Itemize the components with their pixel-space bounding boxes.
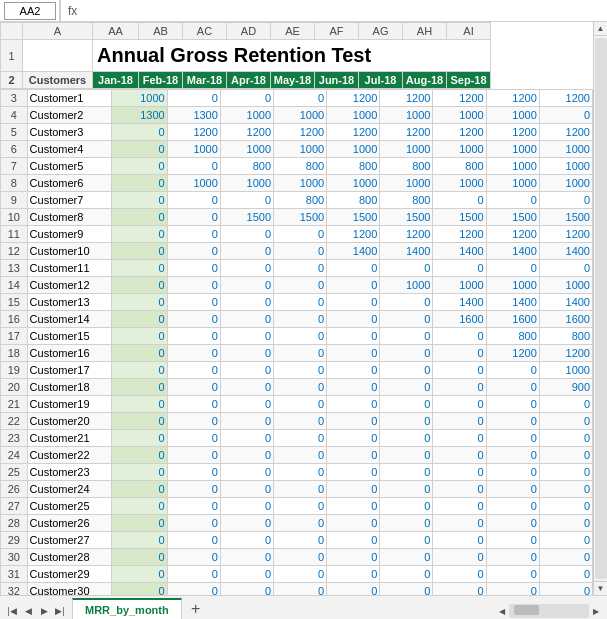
cell-4-aa[interactable]: 1300 <box>112 107 168 124</box>
cell-15-af[interactable]: 0 <box>380 294 433 311</box>
cell-12-ah[interactable]: 1400 <box>486 243 539 260</box>
col-a-header[interactable]: A <box>23 23 93 40</box>
cell-18-num[interactable]: 18 <box>1 345 28 362</box>
cell-8-ae[interactable]: 1000 <box>327 175 380 192</box>
cell-22-num[interactable]: 22 <box>1 413 28 430</box>
cell-19-aa[interactable]: 0 <box>112 362 168 379</box>
table-row[interactable]: 15Customer13000000140014001400 <box>1 294 593 311</box>
cell-26-aa[interactable]: 0 <box>112 481 168 498</box>
cell-21-af[interactable]: 0 <box>380 396 433 413</box>
cell-7-af[interactable]: 800 <box>380 158 433 175</box>
cell-3-ae[interactable]: 1200 <box>327 90 380 107</box>
cell-7-ac[interactable]: 800 <box>220 158 273 175</box>
cell-22-ad[interactable]: 0 <box>274 413 327 430</box>
cell-16-customer[interactable]: Customer14 <box>27 311 112 328</box>
cell-26-num[interactable]: 26 <box>1 481 28 498</box>
cell-3-ab[interactable]: 0 <box>167 90 220 107</box>
cell-31-ae[interactable]: 0 <box>327 566 380 583</box>
cell-11-num[interactable]: 11 <box>1 226 28 243</box>
tab-first-btn[interactable]: |◀ <box>4 603 20 619</box>
cell-18-ai[interactable]: 1200 <box>539 345 592 362</box>
cell-27-ai[interactable]: 0 <box>539 498 592 515</box>
cell-18-ac[interactable]: 0 <box>220 345 273 362</box>
cell-25-ac[interactable]: 0 <box>220 464 273 481</box>
cell-25-ab[interactable]: 0 <box>167 464 220 481</box>
table-row[interactable]: 28Customer26000000000 <box>1 515 593 532</box>
cell-26-ab[interactable]: 0 <box>167 481 220 498</box>
cell-23-num[interactable]: 23 <box>1 430 28 447</box>
cell-21-ag[interactable]: 0 <box>433 396 486 413</box>
cell-14-customer[interactable]: Customer12 <box>27 277 112 294</box>
cell-20-num[interactable]: 20 <box>1 379 28 396</box>
cell-26-ae[interactable]: 0 <box>327 481 380 498</box>
cell-14-ad[interactable]: 0 <box>274 277 327 294</box>
cell-10-num[interactable]: 10 <box>1 209 28 226</box>
cell-16-ah[interactable]: 1600 <box>486 311 539 328</box>
col-ah-header[interactable]: AH <box>403 23 447 40</box>
cell-19-ad[interactable]: 0 <box>274 362 327 379</box>
cell-30-customer[interactable]: Customer28 <box>27 549 112 566</box>
table-row[interactable]: 27Customer25000000000 <box>1 498 593 515</box>
cell-24-ac[interactable]: 0 <box>220 447 273 464</box>
month-mar[interactable]: Mar-18 <box>183 72 227 89</box>
cell-3-customer[interactable]: Customer1 <box>27 90 112 107</box>
cell-11-ab[interactable]: 0 <box>167 226 220 243</box>
month-apr[interactable]: Apr-18 <box>227 72 271 89</box>
cell-30-num[interactable]: 30 <box>1 549 28 566</box>
cell-21-num[interactable]: 21 <box>1 396 28 413</box>
add-sheet-btn[interactable]: + <box>186 599 206 619</box>
cell-8-ah[interactable]: 1000 <box>486 175 539 192</box>
cell-18-af[interactable]: 0 <box>380 345 433 362</box>
cell-19-ab[interactable]: 0 <box>167 362 220 379</box>
cell-10-ab[interactable]: 0 <box>167 209 220 226</box>
cell-20-ad[interactable]: 0 <box>274 379 327 396</box>
cell-11-af[interactable]: 1200 <box>380 226 433 243</box>
month-jun[interactable]: Jun-18 <box>315 72 359 89</box>
col-ai-header[interactable]: AI <box>447 23 491 40</box>
cell-3-ad[interactable]: 0 <box>274 90 327 107</box>
table-row[interactable]: 17Customer150000000800800 <box>1 328 593 345</box>
cell-13-ab[interactable]: 0 <box>167 260 220 277</box>
cell-29-ai[interactable]: 0 <box>539 532 592 549</box>
cell-7-ag[interactable]: 800 <box>433 158 486 175</box>
cell-15-aa[interactable]: 0 <box>112 294 168 311</box>
cell-13-ai[interactable]: 0 <box>539 260 592 277</box>
cell-18-aa[interactable]: 0 <box>112 345 168 362</box>
cell-13-ad[interactable]: 0 <box>274 260 327 277</box>
month-jul[interactable]: Jul-18 <box>359 72 403 89</box>
cell-14-ab[interactable]: 0 <box>167 277 220 294</box>
cell-25-ae[interactable]: 0 <box>327 464 380 481</box>
cell-6-ad[interactable]: 1000 <box>274 141 327 158</box>
cell-18-ae[interactable]: 0 <box>327 345 380 362</box>
cell-19-ac[interactable]: 0 <box>220 362 273 379</box>
cell-15-ag[interactable]: 1400 <box>433 294 486 311</box>
cell-23-ai[interactable]: 0 <box>539 430 592 447</box>
cell-28-ah[interactable]: 0 <box>486 515 539 532</box>
scroll-up-btn[interactable]: ▲ <box>594 22 608 36</box>
cell-9-ah[interactable]: 0 <box>486 192 539 209</box>
cell-9-ad[interactable]: 800 <box>274 192 327 209</box>
cell-5-customer[interactable]: Customer3 <box>27 124 112 141</box>
col-ac-header[interactable]: AC <box>183 23 227 40</box>
cell-5-ae[interactable]: 1200 <box>327 124 380 141</box>
cell-20-customer[interactable]: Customer18 <box>27 379 112 396</box>
cell-8-ag[interactable]: 1000 <box>433 175 486 192</box>
cell-32-aa[interactable]: 0 <box>112 583 168 596</box>
cell-16-af[interactable]: 0 <box>380 311 433 328</box>
table-row[interactable]: 16Customer14000000160016001600 <box>1 311 593 328</box>
cell-27-ae[interactable]: 0 <box>327 498 380 515</box>
cell-10-aa[interactable]: 0 <box>112 209 168 226</box>
table-row[interactable]: 4Customer2130013001000100010001000100010… <box>1 107 593 124</box>
name-box[interactable]: AA2 <box>4 2 56 20</box>
cell-4-customer[interactable]: Customer2 <box>27 107 112 124</box>
cell-21-ad[interactable]: 0 <box>274 396 327 413</box>
cell-24-af[interactable]: 0 <box>380 447 433 464</box>
cell-23-ac[interactable]: 0 <box>220 430 273 447</box>
table-row[interactable]: 22Customer20000000000 <box>1 413 593 430</box>
vertical-scrollbar[interactable]: ▲ ▼ <box>593 22 607 595</box>
cell-4-ae[interactable]: 1000 <box>327 107 380 124</box>
cell-29-ad[interactable]: 0 <box>274 532 327 549</box>
cell-30-ag[interactable]: 0 <box>433 549 486 566</box>
cell-6-ab[interactable]: 1000 <box>167 141 220 158</box>
cell-30-ac[interactable]: 0 <box>220 549 273 566</box>
